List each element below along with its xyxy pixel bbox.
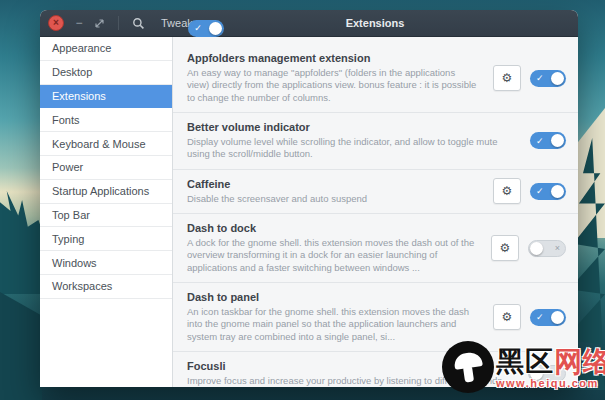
titlebar-separator bbox=[118, 16, 119, 30]
titlebar: × − Tweaks Extensions ✓ bbox=[40, 10, 578, 37]
sidebar-item-label: Startup Applications bbox=[52, 185, 149, 197]
settings-button[interactable]: ⚙ bbox=[493, 178, 521, 204]
maximize-icon bbox=[94, 18, 105, 29]
toggle-state-icon: ✓ bbox=[536, 187, 544, 196]
sidebar: Appearance Desktop Extensions Fonts Keyb… bbox=[40, 37, 173, 387]
toggle-knob bbox=[209, 22, 222, 35]
extension-description: An easy way to manage "appfolders" (fold… bbox=[187, 67, 479, 104]
sidebar-item-typing[interactable]: Typing bbox=[40, 227, 172, 251]
sidebar-item-label: Desktop bbox=[52, 66, 92, 78]
extension-text: Caffeine Disable the screensaver and aut… bbox=[187, 178, 493, 205]
extension-text: Dash to dock A dock for the gnome shell.… bbox=[187, 222, 491, 274]
extension-description: Disable the screensaver and auto suspend bbox=[187, 193, 479, 205]
extensions-master-toggle[interactable]: ✓ bbox=[188, 20, 224, 37]
extensions-list: Appfolders management extension An easy … bbox=[173, 37, 578, 387]
extension-toggle[interactable]: × bbox=[528, 240, 566, 257]
toggle-state-icon: ✓ bbox=[536, 74, 544, 83]
sidebar-item-desktop[interactable]: Desktop bbox=[40, 61, 172, 85]
minimize-button[interactable]: − bbox=[72, 16, 86, 30]
mushroom-logo-icon bbox=[442, 341, 494, 393]
extension-text: Better volume indicator Display volume l… bbox=[187, 121, 530, 161]
gear-icon: ⚙ bbox=[502, 184, 513, 198]
sidebar-item-workspaces[interactable]: Workspaces bbox=[40, 275, 172, 299]
watermark-url: www.heiqu.com bbox=[496, 377, 605, 389]
extension-controls: ⚙ ✓ bbox=[493, 65, 566, 91]
search-button[interactable] bbox=[129, 17, 147, 30]
sidebar-item-top-bar[interactable]: Top Bar bbox=[40, 204, 172, 228]
toggle-knob bbox=[551, 311, 564, 324]
extension-row: Dash to dock A dock for the gnome shell.… bbox=[173, 214, 578, 283]
extension-toggle[interactable]: ✓ bbox=[530, 132, 566, 149]
extension-controls: ⚙ × bbox=[491, 235, 566, 261]
extension-title: Caffeine bbox=[187, 178, 479, 190]
search-icon bbox=[132, 17, 145, 30]
sidebar-item-label: Workspaces bbox=[52, 280, 112, 292]
sidebar-item-extensions[interactable]: Extensions bbox=[40, 85, 172, 109]
page-title: Extensions bbox=[172, 17, 578, 29]
extension-title: Appfolders management extension bbox=[187, 52, 479, 64]
extension-toggle[interactable]: ✓ bbox=[530, 309, 566, 326]
watermark-title-red: 网络 bbox=[554, 346, 605, 377]
extension-title: Dash to panel bbox=[187, 291, 479, 303]
sidebar-item-label: Extensions bbox=[52, 90, 106, 102]
sidebar-item-label: Keyboard & Mouse bbox=[52, 138, 146, 150]
sidebar-item-label: Typing bbox=[52, 233, 84, 245]
tweaks-window: × − Tweaks Extensions ✓ Appearance Deskt… bbox=[40, 10, 578, 387]
extension-row: Better volume indicator Display volume l… bbox=[173, 113, 578, 170]
gear-icon: ⚙ bbox=[500, 241, 511, 255]
toggle-knob bbox=[551, 185, 564, 198]
toggle-knob bbox=[551, 134, 564, 147]
extension-controls: ⚙ ✓ bbox=[493, 178, 566, 204]
sidebar-item-label: Power bbox=[52, 161, 83, 173]
extension-description: Display volume level while scrolling the… bbox=[187, 136, 516, 161]
wallpaper-foreground bbox=[0, 292, 42, 400]
sidebar-item-startup-applications[interactable]: Startup Applications bbox=[40, 180, 172, 204]
extension-description: An icon taskbar for the gnome shell. thi… bbox=[187, 306, 479, 343]
window-body: Appearance Desktop Extensions Fonts Keyb… bbox=[40, 37, 578, 387]
settings-button[interactable]: ⚙ bbox=[493, 65, 521, 91]
extension-controls: ✓ bbox=[530, 132, 566, 149]
extension-row: Appfolders management extension An easy … bbox=[173, 37, 578, 113]
sidebar-item-keyboard-mouse[interactable]: Keyboard & Mouse bbox=[40, 132, 172, 156]
watermark-title-black: 黑区 bbox=[496, 346, 554, 377]
sidebar-item-fonts[interactable]: Fonts bbox=[40, 108, 172, 132]
check-icon: ✓ bbox=[194, 24, 202, 33]
toggle-knob bbox=[530, 242, 543, 255]
watermark-title: 黑区网络 bbox=[496, 346, 605, 377]
extension-toggle[interactable]: ✓ bbox=[530, 70, 566, 87]
sidebar-item-appearance[interactable]: Appearance bbox=[40, 37, 172, 61]
sidebar-item-label: Windows bbox=[52, 257, 97, 269]
extension-toggle[interactable]: ✓ bbox=[530, 183, 566, 200]
extension-title: Dash to dock bbox=[187, 222, 477, 234]
sidebar-item-power[interactable]: Power bbox=[40, 156, 172, 180]
mushroom-stem bbox=[463, 365, 474, 382]
extension-text: Dash to panel An icon taskbar for the gn… bbox=[187, 291, 493, 343]
toggle-knob bbox=[551, 72, 564, 85]
extension-description: A dock for the gnome shell. this extensi… bbox=[187, 237, 477, 274]
extension-text: Appfolders management extension An easy … bbox=[187, 52, 493, 104]
watermark-text: 黑区网络 www.heiqu.com bbox=[496, 348, 605, 389]
extension-controls: ⚙ ✓ bbox=[493, 304, 566, 330]
close-button[interactable]: × bbox=[48, 15, 64, 31]
gear-icon: ⚙ bbox=[502, 71, 513, 85]
toggle-state-icon: × bbox=[555, 244, 560, 253]
sidebar-item-windows[interactable]: Windows bbox=[40, 251, 172, 275]
maximize-button[interactable] bbox=[92, 18, 106, 29]
gear-icon: ⚙ bbox=[502, 310, 513, 324]
settings-button[interactable]: ⚙ bbox=[491, 235, 519, 261]
sidebar-item-label: Top Bar bbox=[52, 209, 90, 221]
toggle-state-icon: ✓ bbox=[536, 136, 544, 145]
sidebar-item-label: Appearance bbox=[52, 42, 111, 54]
toggle-state-icon: ✓ bbox=[536, 313, 544, 322]
sidebar-item-label: Fonts bbox=[52, 114, 80, 126]
extension-row: Caffeine Disable the screensaver and aut… bbox=[173, 170, 578, 214]
extension-title: Better volume indicator bbox=[187, 121, 516, 133]
watermark: 黑区网络 www.heiqu.com bbox=[442, 341, 605, 393]
settings-button[interactable]: ⚙ bbox=[493, 304, 521, 330]
